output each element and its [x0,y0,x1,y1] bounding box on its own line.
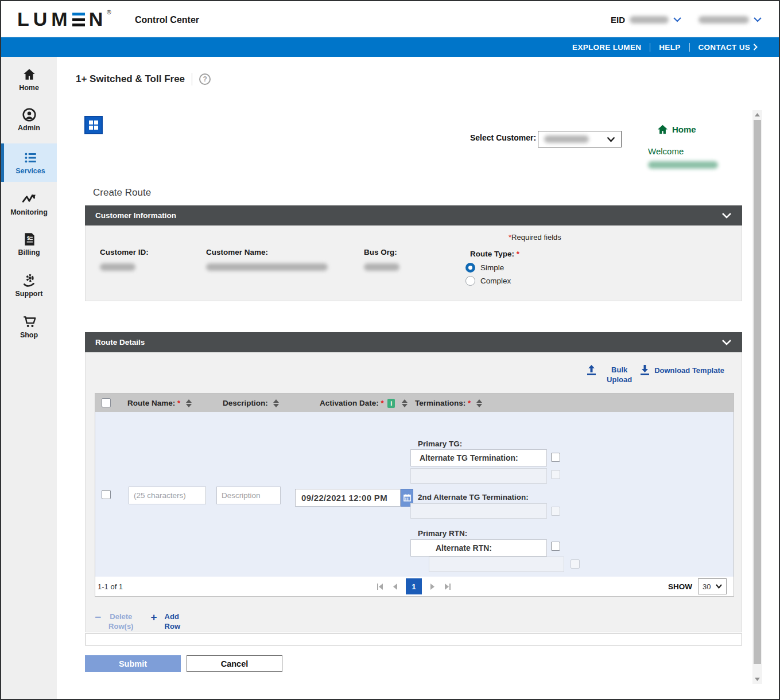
alternate-tg-2-checkbox-disabled [551,470,560,479]
logo-e-glyph [72,13,85,26]
collapse-chevron-icon[interactable] [721,339,732,345]
primary-tg-label: Primary TG: [418,440,462,448]
svg-text:$: $ [26,235,30,241]
second-alternate-tg-label: 2nd Alternate TG Termination: [418,493,529,501]
scrollbar-thumb[interactable] [754,120,761,664]
eid-value-redacted [630,16,669,24]
green-home-icon [657,125,668,134]
primary-rtn-input[interactable]: Alternate RTN: [410,539,547,557]
customer-name-label: Customer Name: [206,248,268,256]
select-all-checkbox[interactable] [102,398,111,407]
page-title: 1+ Switched & Toll Free [76,73,185,85]
second-alternate-tg-checkbox-disabled [551,507,560,516]
primary-tg-input[interactable]: Alternate TG Termination: [410,449,547,466]
table-row: Primary TG: Alternate TG Termination: 2n… [95,412,734,577]
customer-id-value-redacted [100,263,135,273]
bus-org-value-redacted [364,263,399,273]
submit-button[interactable]: Submit [85,655,181,672]
sidebar-item-monitoring[interactable]: Monitoring [1,192,57,216]
support-hand-gear-icon [22,273,37,288]
route-type-complex-option[interactable]: Complex [465,276,511,286]
alternate-tg-checkbox[interactable] [551,453,560,462]
cancel-button[interactable]: Cancel [187,655,282,672]
lumen-logo[interactable]: LUM N ® [17,8,111,30]
customer-id-label: Customer ID: [100,248,149,256]
col-route-name[interactable]: Route Name: * [127,398,192,408]
last-page-icon[interactable] [444,583,451,590]
alternate-rtn-checkbox[interactable] [551,542,560,551]
alternate-rtn-checkbox-disabled [571,559,580,569]
radio-unselected-icon[interactable] [465,276,475,286]
download-template-button[interactable]: Download Template [640,365,724,376]
col-terminations[interactable]: Terminations: * [415,398,482,408]
sidebar-item-support[interactable]: Support [1,273,57,298]
vertical-scrollbar[interactable] [752,110,762,684]
prev-page-icon[interactable] [392,583,398,590]
monitoring-pulse-icon [22,192,37,207]
route-type-label: Route Type: * [470,250,519,258]
select-customer-dropdown[interactable] [538,131,622,147]
welcome-username-redacted [648,161,718,171]
description-input[interactable] [216,487,281,504]
customer-name-value-redacted [206,263,328,273]
nav-help[interactable]: HELP [650,43,689,52]
scroll-down-arrow[interactable] [752,675,762,684]
primary-rtn-label: Primary RTN: [418,529,467,538]
title-divider [192,73,192,85]
nav-contact-us[interactable]: CONTACT US [690,43,767,52]
second-alternate-tg-input-disabled [410,503,547,519]
eid-chevron-down-icon[interactable] [673,17,681,22]
activation-date-input[interactable] [295,489,401,507]
app-grid-button[interactable] [84,116,103,134]
bulk-upload-button[interactable]: BulkUpload [587,365,632,384]
radio-selected-icon[interactable] [465,263,475,273]
blue-navbar: EXPLORE LUMEN HELP CONTACT US [1,37,779,57]
chevron-right-icon [753,44,758,50]
add-row-button[interactable]: + AddRow [150,612,180,631]
home-link[interactable]: Home [657,125,696,134]
logo-trademark: ® [107,9,111,15]
route-type-simple-option[interactable]: Simple [465,263,504,273]
page-help-icon[interactable]: ? [199,73,211,85]
col-activation-date[interactable]: Activation Date: * i [320,398,408,408]
customer-info-header[interactable]: Customer Information [85,205,742,225]
sort-icon[interactable] [476,399,482,407]
route-details-header[interactable]: Route Details [85,332,742,352]
upload-icon [587,365,596,376]
pagination-range: 1-1 of 1 [98,582,123,591]
sort-icon[interactable] [273,399,279,407]
home-icon [22,67,37,82]
sidebar-item-admin[interactable]: Admin [1,107,57,132]
sort-icon[interactable] [402,399,408,407]
calendar-icon [403,494,411,501]
routes-table: Route Name: * Description: Activation Da… [95,393,734,578]
sort-icon[interactable] [186,399,192,407]
nav-explore-lumen[interactable]: EXPLORE LUMEN [564,43,650,52]
logo-text-left: LUM [17,8,72,30]
delete-rows-button[interactable]: − DeleteRow(s) [95,612,133,631]
scroll-up-arrow[interactable] [752,110,762,119]
logo-text-right: N [89,8,107,30]
col-description[interactable]: Description: [223,398,279,408]
page-size-select[interactable]: 30 [698,578,727,594]
plus-icon: + [150,612,157,623]
next-page-icon[interactable] [430,583,436,590]
select-customer-label: Select Customer: [470,133,536,142]
customer-info-body: *Required fields Customer ID: Customer N… [85,225,742,301]
first-page-icon[interactable] [377,583,384,590]
user-chevron-down-icon[interactable] [754,17,762,22]
required-fields-note: *Required fields [509,233,561,242]
create-route-title: Create Route [93,187,151,199]
row-select-checkbox[interactable] [102,490,111,499]
sidebar-item-shop[interactable]: Shop [1,314,57,339]
activation-date-info-icon[interactable]: i [387,399,395,408]
route-name-input[interactable] [129,487,206,504]
current-page-button[interactable]: 1 [406,578,422,594]
sidebar-item-billing[interactable]: $ Billing [1,232,57,256]
admin-user-icon [22,107,37,122]
sidebar-item-services[interactable]: Services [1,143,57,182]
sidebar-item-home[interactable]: Home [1,67,57,92]
show-label: SHOW [668,582,692,591]
route-details-body: BulkUpload Download Template Route Name:… [85,352,742,632]
collapse-chevron-icon[interactable] [721,212,732,219]
